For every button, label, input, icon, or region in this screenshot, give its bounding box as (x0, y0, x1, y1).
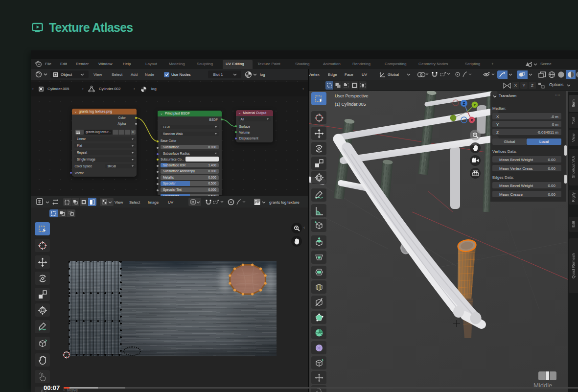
svg-text:Y: Y (473, 103, 476, 107)
svg-text:Z: Z (463, 101, 465, 106)
svg-text:X: X (470, 118, 473, 122)
